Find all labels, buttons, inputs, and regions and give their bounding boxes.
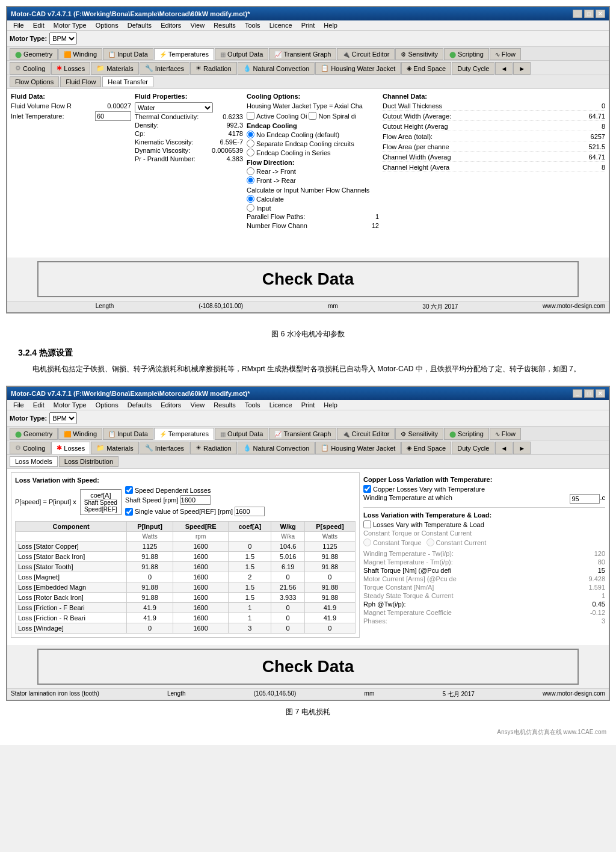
menu-view[interactable]: View <box>186 20 208 30</box>
menu-motor-type[interactable]: Motor Type <box>50 20 90 30</box>
menu2-results[interactable]: Results <box>210 400 239 410</box>
subtab2-end-space[interactable]: ◈ End Space <box>401 442 451 454</box>
tab2-output-data[interactable]: ▦ Output Data <box>215 428 268 440</box>
separate-endcap-radio[interactable] <box>247 140 254 147</box>
tab-sensitivity-1[interactable]: ⚙ Sensitivity <box>395 48 443 60</box>
flow-tab-heat-transfer[interactable]: Heat Transfer <box>102 76 153 87</box>
subtab2-radiation[interactable]: ☀ Radiation <box>190 442 236 454</box>
subtab2-cooling[interactable]: ⚙ Cooling <box>10 442 51 454</box>
subtab2-prev[interactable]: ◄ <box>495 442 513 454</box>
menu2-editors[interactable]: Editors <box>157 400 185 410</box>
non-spiral-checkbox[interactable] <box>309 112 316 120</box>
tab2-transient[interactable]: 📈 Transient Graph <box>269 428 336 440</box>
calculate-radio[interactable] <box>247 195 254 203</box>
minimize-btn-1[interactable]: _ <box>573 10 582 18</box>
close-btn-2[interactable]: ✕ <box>596 389 605 398</box>
tab-transient-graph-1[interactable]: 📈 Transient Graph <box>269 48 336 60</box>
check-data-btn-1[interactable]: Check Data <box>37 261 579 297</box>
tab-temperatures-1[interactable]: ⚡ Temperatures <box>154 48 214 60</box>
subtab-materials-1[interactable]: 📁 Materials <box>91 62 139 75</box>
menu-licence[interactable]: Licence <box>266 20 296 30</box>
subtab2-losses[interactable]: ✱ Losses <box>51 442 90 454</box>
subtab-interfaces-1[interactable]: 🔧 Interfaces <box>140 62 189 75</box>
tab2-input-data[interactable]: 📋 Input Data <box>103 428 153 440</box>
tab2-geometry[interactable]: ⬤ Geometry <box>10 428 58 440</box>
subtab2-next[interactable]: ► <box>513 442 531 454</box>
menu-options[interactable]: Options <box>92 20 122 30</box>
no-endcap-radio[interactable] <box>247 131 254 138</box>
single-value-input[interactable] <box>235 507 265 516</box>
menu2-motor-type[interactable]: Motor Type <box>50 400 90 410</box>
menu2-tools[interactable]: Tools <box>241 400 264 410</box>
front-to-rear-row: Front -> Rear <box>247 176 379 184</box>
loss-tab-models[interactable]: Loss Models <box>10 456 58 467</box>
endcap-series-radio[interactable] <box>247 149 254 156</box>
maximize-btn-2[interactable]: □ <box>584 389 594 398</box>
input-radio[interactable] <box>247 204 254 212</box>
subtab2-duty-cycle[interactable]: Duty Cycle <box>452 442 494 454</box>
tab2-temperatures[interactable]: ⚡ Temperatures <box>154 428 214 440</box>
menu2-licence[interactable]: Licence <box>266 400 296 410</box>
tab-output-data-1[interactable]: ▦ Output Data <box>215 48 268 60</box>
menu-tools[interactable]: Tools <box>241 20 264 30</box>
active-cooling-checkbox[interactable] <box>247 112 254 120</box>
menu2-options[interactable]: Options <box>92 400 122 410</box>
inlet-temp-input[interactable] <box>95 111 131 121</box>
flow-tab-options[interactable]: Flow Options <box>10 76 59 87</box>
tab2-scripting[interactable]: ⬤ Scripting <box>444 428 489 440</box>
tab2-sensitivity[interactable]: ⚙ Sensitivity <box>395 428 443 440</box>
menu-editors[interactable]: Editors <box>157 20 185 30</box>
tab-winding-1[interactable]: 🟧 Winding <box>58 48 102 60</box>
maximize-btn-1[interactable]: □ <box>584 10 594 18</box>
subtab-more-1[interactable]: ◄ <box>495 62 513 75</box>
subtab-natural-convection-1[interactable]: 💧 Natural Convection <box>238 62 315 75</box>
speed-dep-checkbox[interactable] <box>125 486 133 494</box>
tab2-circuit[interactable]: 🔌 Circuit Editor <box>337 428 395 440</box>
motor-type-select-2[interactable]: BPM <box>49 412 77 424</box>
subtab-end-space-1[interactable]: ◈ End Space <box>401 62 451 75</box>
front-to-rear-radio[interactable] <box>247 176 254 184</box>
menu-edit[interactable]: Edit <box>29 20 48 30</box>
minimize-btn-2[interactable]: _ <box>573 389 582 398</box>
subtab2-housing-wj[interactable]: 📋 Housing Water Jacket <box>315 442 401 454</box>
menu2-view[interactable]: View <box>186 400 208 410</box>
motor-type-select-1[interactable]: BPM <box>49 32 77 45</box>
menu-results[interactable]: Results <box>210 20 239 30</box>
tab2-flow[interactable]: ∿ Flow <box>490 428 521 440</box>
subtab2-interfaces[interactable]: 🔧 Interfaces <box>140 442 189 454</box>
tab-circuit-editor-1[interactable]: 🔌 Circuit Editor <box>337 48 395 60</box>
rear-to-front-radio[interactable] <box>247 167 254 175</box>
subtab2-natural-conv[interactable]: 💧 Natural Convection <box>238 442 315 454</box>
flow-tab-fluid[interactable]: Fluid Flow <box>60 76 101 87</box>
shaft-speed-input[interactable] <box>180 495 211 505</box>
menu-file[interactable]: File <box>10 20 28 30</box>
copper-vary-checkbox[interactable] <box>363 485 371 493</box>
subtab-more2-1[interactable]: ► <box>513 62 531 75</box>
menu2-print[interactable]: Print <box>298 400 319 410</box>
loss-tab-distribution[interactable]: Loss Distribution <box>59 456 119 467</box>
subtab-duty-cycle-1[interactable]: Duty Cycle <box>452 62 494 75</box>
tab-input-data-1[interactable]: 📋 Input Data <box>103 48 153 60</box>
menu-defaults[interactable]: Defaults <box>124 20 155 30</box>
subtab-losses-1[interactable]: ✱ Losses <box>51 62 90 75</box>
tab-flow-1[interactable]: ∿ Flow <box>490 48 521 60</box>
fluid-select[interactable]: Water <box>135 102 213 113</box>
menu2-defaults[interactable]: Defaults <box>124 400 155 410</box>
tab2-winding[interactable]: 🟧 Winding <box>58 428 102 440</box>
subtab-cooling-1[interactable]: ⚙ Cooling <box>10 62 51 75</box>
menu-help[interactable]: Help <box>320 20 341 30</box>
menu-print[interactable]: Print <box>298 20 319 30</box>
menu2-help[interactable]: Help <box>320 400 341 410</box>
close-btn-1[interactable]: ✕ <box>596 10 605 18</box>
subtab-housing-wj-1[interactable]: 📋 Housing Water Jacket <box>315 62 401 75</box>
single-value-checkbox[interactable] <box>125 508 133 516</box>
losses-vary-checkbox[interactable] <box>363 520 371 528</box>
subtab-radiation-1[interactable]: ☀ Radiation <box>190 62 236 75</box>
tab-geometry-1[interactable]: ⬤ Geometry <box>10 48 58 60</box>
menu2-edit[interactable]: Edit <box>29 400 48 410</box>
subtab2-materials[interactable]: 📁 Materials <box>91 442 139 454</box>
winding-temp-input[interactable] <box>570 494 600 504</box>
menu2-file[interactable]: File <box>10 400 28 410</box>
check-data-btn-2[interactable]: Check Data <box>37 649 579 685</box>
tab-scripting-1[interactable]: ⬤ Scripting <box>444 48 489 60</box>
